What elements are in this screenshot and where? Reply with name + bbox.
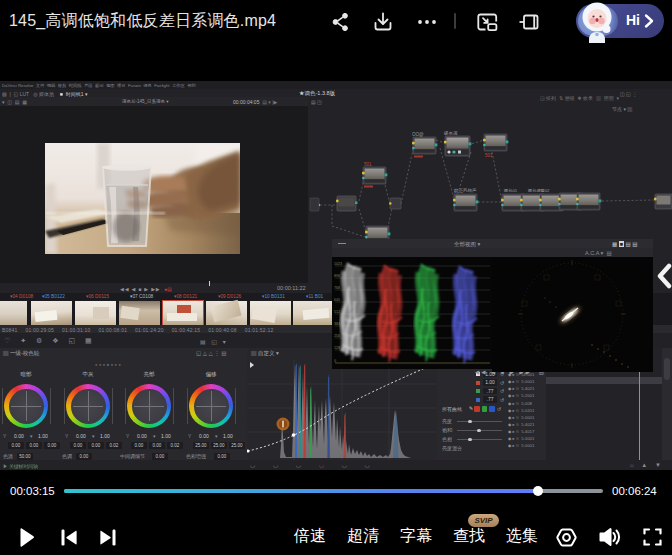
svg-text:768: 768 [334, 286, 340, 290]
svg-text:128: 128 [334, 346, 340, 350]
svg-text:384: 384 [334, 322, 340, 326]
svg-text:0: 0 [334, 359, 336, 363]
svg-text:OO@: OO@ [412, 132, 424, 137]
svg-text:640: 640 [334, 298, 340, 302]
svg-text:501: 501 [485, 153, 493, 158]
svg-text:512: 512 [334, 310, 340, 314]
svg-text:暖色调: 暖色调 [444, 130, 458, 136]
svg-text:896: 896 [334, 274, 340, 278]
svg-text:1023: 1023 [334, 262, 342, 266]
svg-text:暖色调整02: 暖色调整02 [528, 188, 550, 193]
svg-text:501: 501 [364, 162, 372, 167]
svg-text:256: 256 [334, 334, 340, 338]
svg-text:暖色01: 暖色01 [504, 188, 518, 193]
svg-text:静态风格声: 静态风格声 [454, 188, 477, 193]
